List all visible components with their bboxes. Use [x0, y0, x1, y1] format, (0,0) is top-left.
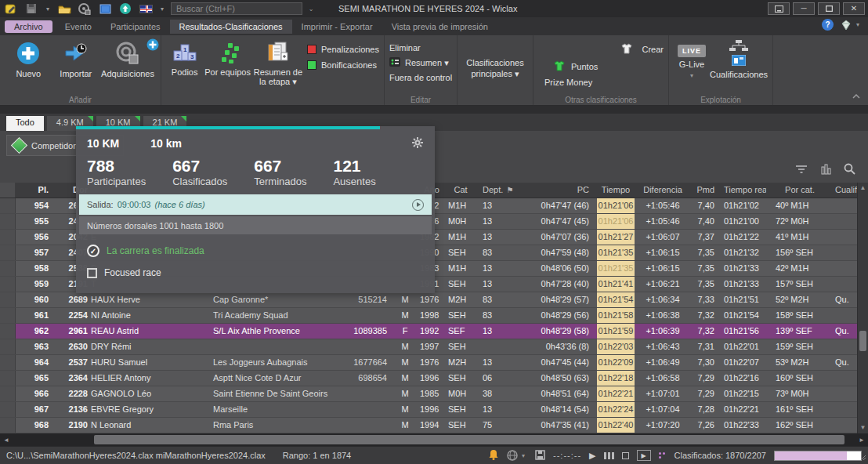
cell-lic: 698654	[345, 371, 395, 386]
window-view-icon[interactable]	[97, 2, 113, 16]
menu-item[interactable]: Archivo	[5, 20, 52, 33]
add-race-plus-icon[interactable]	[146, 38, 159, 53]
scroll-up-icon[interactable]: ▲	[860, 183, 866, 194]
search-input[interactable]	[171, 2, 302, 15]
maximize-button[interactable]	[818, 2, 840, 15]
column-header-gutter[interactable]	[0, 183, 16, 198]
cell-dif: +1:05:46	[635, 198, 691, 213]
svg-text:2: 2	[176, 53, 180, 60]
scroll-down-icon[interactable]: ▼	[860, 422, 866, 433]
cell-sex: M	[395, 371, 415, 386]
cell-pmd: 7,37	[691, 230, 718, 245]
table-row[interactable]: 9672136EBVRE GregoryMarseilleM1996SEH130…	[0, 402, 857, 418]
cell-pl: 966	[16, 386, 55, 401]
menu-item[interactable]: Evento	[56, 20, 101, 34]
connection-icon[interactable]: ▾	[507, 450, 527, 461]
horizontal-scrollbar[interactable]: ◄ ►	[0, 433, 868, 446]
column-header-porcat[interactable]: Por cat.	[766, 183, 824, 198]
column-header-pl[interactable]: Pl.	[16, 183, 55, 198]
scroll-right-icon[interactable]: ►	[855, 437, 868, 444]
upload-icon[interactable]	[118, 2, 133, 16]
cell-treal: 01h21'00	[718, 214, 766, 229]
por-equipos-button[interactable]: Por equipos	[203, 38, 251, 77]
column-header-cualif[interactable]: Cualif.	[824, 183, 857, 198]
race-finished-checkbox[interactable]: ✓ La carrera es finalizada	[76, 245, 435, 257]
play-button[interactable]: ▶	[589, 451, 595, 461]
column-header-treal[interactable]: Tiempo real	[718, 183, 766, 198]
stats-icon[interactable]	[820, 164, 831, 176]
nuevo-button[interactable]: Nuevo	[5, 38, 52, 78]
help-icon[interactable]: ?	[822, 19, 834, 31]
bell-icon[interactable]	[488, 449, 499, 462]
cell-club: Marseille	[210, 402, 345, 417]
puntos-button[interactable]: Puntos	[538, 60, 664, 73]
podios-button[interactable]: 123 Podios	[166, 38, 203, 77]
clasificaciones-principales-button[interactable]: Clasificaciones principales ▾	[462, 38, 528, 79]
column-header-dept[interactable]: Dept.	[473, 183, 503, 198]
focused-race-checkbox[interactable]: Focused race	[76, 267, 435, 278]
cell-porcat: 162º SEH	[766, 418, 824, 433]
menu-item[interactable]: Resultados-Clasificaciones	[170, 20, 292, 34]
table-row[interactable]: 9642537HURU SamuelLes Joggeurs Aubagnais…	[0, 355, 857, 371]
table-row[interactable]: 9682190N LeonardRma ParisM1994SEH750h47'…	[0, 418, 857, 433]
language-dropdown-caret[interactable]: ▾	[158, 5, 166, 13]
stop-button[interactable]	[622, 452, 629, 459]
menu-item[interactable]: Imprimir - Exportar	[292, 20, 382, 34]
save-icon[interactable]	[24, 2, 39, 16]
eliminar-button[interactable]: Eliminar	[389, 43, 452, 53]
search-options-caret[interactable]: ⌄	[307, 5, 315, 13]
vertical-scrollbar[interactable]: ▲ ▼	[857, 183, 868, 433]
column-header-pc[interactable]: PC	[517, 183, 597, 198]
save-dropdown-caret[interactable]: ▾	[44, 5, 52, 13]
resize-grip[interactable]	[859, 453, 866, 462]
open-folder-icon[interactable]	[56, 2, 72, 16]
crear-button[interactable]: Crear	[538, 43, 664, 56]
screen-mode-button[interactable]	[768, 2, 790, 15]
table-row[interactable]: 9612254NI AntoineTri Academy SquadM1998S…	[0, 308, 857, 324]
g-live-button[interactable]: LIVE G-Live ▾	[674, 38, 710, 81]
cualificaciones-button[interactable]: Cualificaciones	[710, 38, 768, 79]
fuera-de-control-button[interactable]: Fuera de control	[389, 73, 452, 82]
resumen-button[interactable]: Resumen ▾	[389, 57, 452, 68]
collapse-ribbon-icon[interactable]	[852, 91, 860, 100]
race-tab[interactable]: Todo	[6, 116, 44, 131]
save-results-icon[interactable]	[535, 450, 545, 462]
column-header-dif[interactable]: Diferencia	[635, 183, 691, 198]
menu-item[interactable]: Vista previa de impresión	[382, 20, 497, 34]
cell-tiempo: 01h21'27	[597, 230, 635, 245]
popup-stats: 788Participantes667Clasificados667Termin…	[76, 152, 435, 187]
live-dots-icon[interactable]	[659, 452, 667, 459]
horizontal-scroll-thumb[interactable]	[94, 435, 844, 444]
column-header-chip[interactable]	[503, 183, 517, 198]
replay-button[interactable]: ▶	[637, 450, 651, 461]
importar-button[interactable]: Importar	[52, 38, 100, 78]
column-header-tiempo[interactable]: Tiempo	[597, 183, 635, 198]
start-play-icon[interactable]	[412, 199, 424, 211]
license-gem-icon[interactable]: ▾	[840, 20, 862, 31]
close-button[interactable]: ✕	[843, 2, 865, 15]
table-row[interactable]: 9602689HAUX HerveCap Garonne*515214M1976…	[0, 292, 857, 308]
table-row[interactable]: 9622961REAU AstridS/L Aix Athle Provence…	[0, 324, 857, 339]
column-header-pmd[interactable]: Pmd	[691, 183, 718, 198]
cell-dif: +1:06:15	[635, 245, 691, 260]
table-row[interactable]: 9662228GAGNOLO LéoSaint Etienne De Saint…	[0, 386, 857, 402]
vertical-scroll-thumb[interactable]	[859, 331, 866, 351]
table-row[interactable]: 9652364HELIER AntonyAsptt Nice Cote D Az…	[0, 371, 857, 386]
bonificaciones-button[interactable]: Bonificaciones	[307, 60, 379, 70]
column-header-cat[interactable]: Cat	[443, 183, 473, 198]
photo-finish-icon[interactable]	[604, 452, 614, 459]
menu-item[interactable]: Participantes	[101, 20, 170, 34]
acquisition-disc-icon[interactable]	[77, 2, 92, 16]
prize-money-button[interactable]: Prize Money	[538, 78, 664, 87]
gear-icon[interactable]	[411, 136, 424, 150]
language-flag-icon[interactable]	[138, 2, 154, 16]
search-icon[interactable]	[844, 163, 855, 176]
start-time-bar[interactable]: Salida: 09:00:03 (hace 6 días)	[79, 194, 432, 215]
cell-dor: 2689	[55, 292, 91, 307]
resumen-etapa-button[interactable]: Resumen de la etapa ▾	[252, 38, 304, 86]
scroll-left-icon[interactable]: ◄	[0, 437, 13, 444]
minimize-button[interactable]: ─	[793, 2, 815, 15]
penalizaciones-button[interactable]: Penalizaciones	[307, 45, 379, 54]
filter-icon[interactable]	[795, 165, 808, 176]
table-row[interactable]: 9632630DRY RémiM1997SEH0h43'36 (8)01h22'…	[0, 339, 857, 355]
